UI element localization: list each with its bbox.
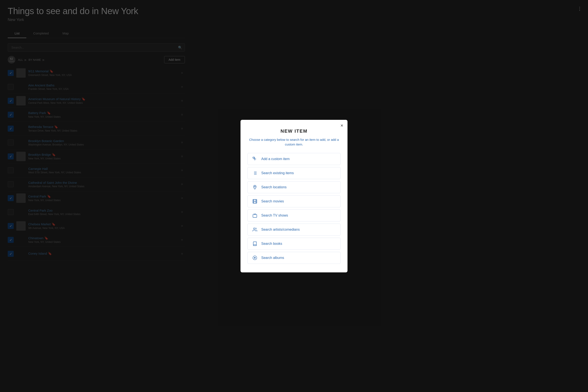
add-custom-icon — [252, 157, 258, 161]
modal-option-search-books[interactable]: Search books — [247, 238, 341, 250]
svg-point-12 — [254, 228, 255, 229]
search-existing-label: Search existing items — [261, 171, 294, 175]
svg-point-9 — [254, 186, 256, 187]
modal-subtitle: Choose a category below to search for an… — [247, 137, 341, 147]
svg-rect-11 — [253, 214, 257, 218]
search-tv-icon — [252, 213, 258, 218]
search-movies-icon — [252, 199, 258, 204]
search-albums-icon — [252, 256, 258, 260]
modal-option-add-custom[interactable]: Add a custom item — [247, 153, 341, 165]
svg-point-15 — [255, 258, 255, 258]
modal-option-search-locations[interactable]: Search locations — [247, 181, 341, 193]
search-books-icon — [252, 241, 258, 246]
svg-rect-2 — [253, 157, 254, 158]
modal-overlay[interactable]: × NEW ITEM Choose a category below to se… — [0, 0, 588, 392]
modal-option-search-albums[interactable]: Search albums — [247, 252, 341, 264]
search-artists-label: Search artists/comedians — [261, 228, 300, 232]
modal-title: NEW ITEM — [247, 128, 341, 134]
modal-option-search-artists[interactable]: Search artists/comedians — [247, 224, 341, 236]
search-locations-label: Search locations — [261, 185, 286, 189]
add-custom-label: Add a custom item — [261, 157, 290, 161]
search-locations-icon — [252, 185, 258, 190]
modal-option-search-existing[interactable]: Search existing items — [247, 167, 341, 179]
search-albums-label: Search albums — [261, 256, 284, 260]
search-movies-label: Search movies — [261, 200, 284, 203]
search-books-label: Search books — [261, 242, 282, 246]
search-tv-label: Search TV shows — [261, 214, 288, 218]
search-existing-icon — [252, 171, 258, 176]
new-item-modal: × NEW ITEM Choose a category below to se… — [240, 120, 348, 272]
modal-close-button[interactable]: × — [340, 123, 343, 128]
modal-options-list: Add a custom itemSearch existing itemsSe… — [247, 153, 341, 264]
search-artists-icon — [252, 227, 258, 232]
modal-option-search-tv[interactable]: Search TV shows — [247, 210, 341, 222]
modal-option-search-movies[interactable]: Search movies — [247, 195, 341, 207]
